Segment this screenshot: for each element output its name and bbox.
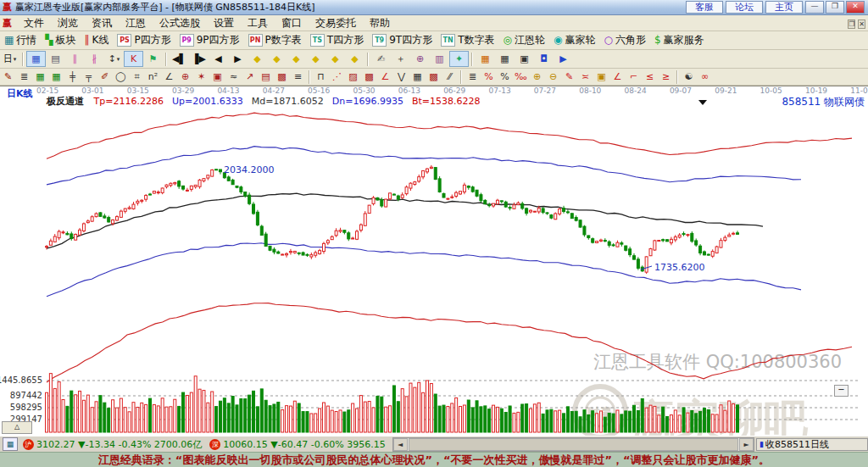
yinyang-tool[interactable]: ☯ (681, 69, 697, 85)
permille-tool[interactable]: ‰ (513, 69, 529, 85)
slope-tool-4[interactable]: ≥ (658, 69, 674, 85)
menu-工具[interactable]: 工具 (241, 17, 275, 29)
titlebar-link-0[interactable]: 客服 (686, 1, 723, 14)
circle-cross-tool[interactable]: ⊕ (177, 69, 193, 85)
arrow-note-tool[interactable]: ↗ (242, 69, 258, 85)
kline-style-2[interactable]: ∦ (85, 51, 104, 67)
grid-tool-c[interactable]: ▩ (426, 69, 442, 85)
scale-toggle[interactable]: ↕▾ (104, 51, 124, 67)
quote-grid-icon[interactable]: ▦ (3, 437, 18, 451)
gold-circle-tool[interactable]: ⊕ (529, 69, 545, 85)
menu-公式选股[interactable]: 公式选股 (153, 17, 207, 29)
trend-tool[interactable]: ✦ (449, 51, 469, 67)
zoom-diamond-3[interactable]: ◆ (287, 51, 306, 67)
pen-tool[interactable]: ✎ (0, 69, 16, 85)
close-button[interactable]: ✕ (846, 1, 865, 14)
menu-资讯[interactable]: 资讯 (85, 17, 119, 29)
market-quotes-button[interactable]: ▦行情 (0, 32, 41, 48)
zoom-diamond-5[interactable]: ◆ (326, 51, 345, 67)
infinity-tool[interactable]: ∞ (697, 69, 713, 85)
gann-wheel-button[interactable]: ◎江恩轮 (498, 32, 548, 48)
t-number-table-button[interactable]: TNT数字表 (437, 32, 498, 48)
shenzhen-index[interactable]: 10060.15 ▼-60.47 -0.60% 3956.15 (223, 439, 385, 450)
angle-line-tool[interactable]: ∠ (377, 69, 393, 85)
fan-lines-tool[interactable]: ⋰ (329, 69, 345, 85)
multi-line-tool[interactable]: ≣ (16, 69, 32, 85)
prev-bar[interactable]: ◀ (209, 51, 228, 67)
v-line-tool[interactable]: ⋁ (393, 69, 409, 85)
scale-toggle-dropdown-arrow[interactable]: ▾ (117, 56, 120, 63)
grid-tool-b[interactable]: ▦ (409, 69, 426, 85)
period-tab-label[interactable]: 日K线 (7, 87, 33, 100)
p-number-table-button[interactable]: PNP数字表 (244, 32, 306, 48)
chart-scrollbar[interactable]: ◄ ► (392, 437, 754, 452)
scroll-right-arrow[interactable]: ► (739, 438, 754, 451)
drag-hand[interactable]: ✍ (371, 51, 391, 67)
pattern-tool[interactable]: ▥ (430, 51, 449, 67)
child-close-icon[interactable]: ✕ (858, 19, 865, 29)
sectors-button[interactable]: ▚板块 (41, 32, 80, 48)
zoom-diamond-4[interactable]: ◆ (306, 51, 326, 67)
marker-tool[interactable]: ✎ (561, 69, 577, 85)
slash-lines-tool[interactable]: ⁄⁄ (442, 69, 458, 85)
indicator-flag[interactable]: ⚑ (143, 51, 163, 67)
star-tool[interactable]: ✶ (193, 69, 209, 85)
menu-设置[interactable]: 设置 (207, 17, 241, 29)
calendar[interactable]: ▦ (476, 51, 495, 67)
gann-grid-green-1[interactable]: ▦ (32, 69, 48, 85)
slope-tool-2[interactable]: ⌐ (626, 69, 642, 85)
ruler-tool[interactable]: ⌗ (129, 69, 145, 85)
percent-tool[interactable]: % (497, 69, 513, 85)
titlebar-link-2[interactable]: 主页 (765, 1, 803, 14)
period-selector[interactable]: 日▾ (0, 51, 19, 67)
time-divider-tool[interactable]: ╪ (64, 69, 81, 85)
menu-窗口[interactable]: 窗口 (275, 17, 309, 29)
titlebar-link-1[interactable]: 论坛 (726, 1, 763, 14)
slope-tool-1[interactable]: ∠ (609, 69, 626, 85)
angle-tool[interactable]: ∠ (161, 69, 177, 85)
shade-tool-1[interactable]: ▨ (345, 69, 361, 85)
maximize-button[interactable]: ❐ (826, 1, 844, 14)
menu-江恩[interactable]: 江恩 (119, 17, 153, 29)
bars-tool[interactable]: ≡ (290, 69, 306, 85)
winner-service-button[interactable]: $赢家服务 (650, 32, 709, 48)
histogram-tool[interactable]: ≣ (465, 69, 481, 85)
zoom-diamond-1[interactable]: ◆ (248, 51, 267, 67)
ellipse-tool[interactable]: ◯ (113, 69, 129, 85)
level-tool[interactable]: ≍ (577, 69, 593, 85)
zoom-tool[interactable]: ⊕ (410, 51, 430, 67)
slope-tool-3[interactable]: ≤ (642, 69, 658, 85)
child-restore-icon[interactable]: ❐ (848, 19, 855, 29)
pagoda-tool[interactable]: ▤ (258, 69, 274, 85)
price-divider-tool[interactable]: ╤ (81, 69, 97, 85)
hexagon-button[interactable]: ○六角形 (599, 32, 649, 48)
menu-帮助[interactable]: 帮助 (363, 17, 397, 29)
menu-浏览[interactable]: 浏览 (51, 17, 85, 29)
gann-grid-green-2[interactable]: ▦ (48, 69, 64, 85)
gold-box-tool[interactable]: ▣ (593, 69, 609, 85)
p-square-button[interactable]: PSP四方形 (113, 32, 175, 48)
zoom-diamond-6[interactable]: ◆ (345, 51, 364, 67)
next-bar[interactable]: ▶ (228, 51, 248, 67)
gold-bar-tool[interactable]: ⊖ (545, 69, 561, 85)
winner-wheel-button[interactable]: ◉赢家轮 (549, 32, 599, 48)
brush-tool[interactable]: ✐ (97, 69, 113, 85)
menu-交易委托[interactable]: 交易委托 (309, 17, 363, 29)
adjusted-kline[interactable]: K (124, 51, 143, 67)
frame-tool[interactable]: ⊓ (313, 69, 329, 85)
shade-tool-2[interactable]: ▩ (361, 69, 377, 85)
minimize-button[interactable]: — (805, 1, 824, 14)
save-layout[interactable]: ▣ (515, 51, 534, 67)
kline-button[interactable]: ‖K线 (81, 32, 114, 48)
percent-red-tool[interactable]: % (481, 69, 497, 85)
scrollbar-thumb[interactable] (409, 438, 738, 451)
trade-cart[interactable]: ▶ (554, 51, 573, 67)
menu-文件[interactable]: 文件 (17, 17, 51, 29)
p9-square-button[interactable]: P99P四方形 (175, 32, 244, 48)
last-page[interactable]: ▐▶ (189, 51, 209, 67)
overlay-window[interactable]: ▦ (26, 51, 46, 67)
wave-tool[interactable]: ≈ (225, 69, 242, 85)
kline-style-1[interactable]: ∥ (65, 51, 85, 67)
chart-canvas[interactable]: 江恩工具软件 QQ:100800360财赢赢家聊吧1445.8655897442… (0, 86, 868, 436)
crosshair[interactable]: ＋ (391, 51, 410, 67)
